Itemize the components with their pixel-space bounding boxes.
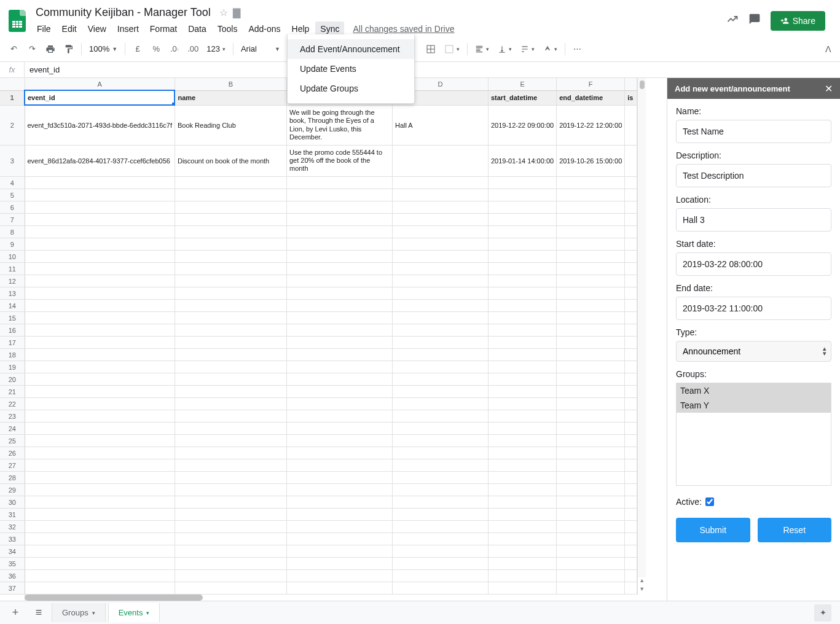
- row-header-6[interactable]: 6: [0, 201, 25, 214]
- cell[interactable]: [175, 373, 286, 386]
- cell[interactable]: [557, 238, 625, 251]
- cell[interactable]: [25, 373, 175, 386]
- cell[interactable]: 2019-12-22 12:00:00: [557, 105, 625, 145]
- close-icon[interactable]: ✕: [825, 83, 833, 95]
- cell[interactable]: [25, 337, 175, 349]
- cell[interactable]: [175, 275, 286, 287]
- select-all-corner[interactable]: [0, 78, 25, 90]
- row-header-5[interactable]: 5: [0, 189, 25, 201]
- row-header-2[interactable]: 2: [0, 105, 25, 145]
- cell[interactable]: [175, 410, 286, 423]
- cell[interactable]: [25, 533, 175, 545]
- cell[interactable]: [175, 238, 286, 251]
- cell[interactable]: [392, 386, 488, 398]
- cell[interactable]: [392, 145, 488, 176]
- cell[interactable]: [175, 251, 286, 263]
- cell[interactable]: [557, 177, 625, 189]
- cell[interactable]: [175, 447, 286, 459]
- cell[interactable]: [175, 324, 286, 337]
- cell[interactable]: [286, 410, 392, 423]
- text-rotate-button[interactable]: ▾: [540, 44, 561, 55]
- cell[interactable]: [175, 300, 286, 312]
- cell[interactable]: [557, 251, 625, 263]
- more-tools-button[interactable]: ⋯: [569, 41, 586, 58]
- row-header-23[interactable]: 23: [0, 410, 25, 423]
- cell[interactable]: [25, 484, 175, 496]
- cell[interactable]: [392, 459, 488, 472]
- cell[interactable]: [488, 177, 556, 189]
- cell[interactable]: [557, 349, 625, 361]
- cell[interactable]: [488, 263, 556, 275]
- cell[interactable]: [392, 238, 488, 251]
- cell[interactable]: [175, 189, 286, 201]
- collapse-toolbar-button[interactable]: ᐱ: [825, 44, 835, 54]
- menu-file[interactable]: File: [32, 21, 56, 36]
- cell[interactable]: [25, 201, 175, 214]
- row-header-28[interactable]: 28: [0, 472, 25, 484]
- cell[interactable]: [25, 275, 175, 287]
- row-header-7[interactable]: 7: [0, 214, 25, 226]
- increase-decimal-button[interactable]: .00: [184, 41, 202, 58]
- cell[interactable]: [25, 324, 175, 337]
- cell[interactable]: 2019-01-14 14:00:00: [488, 145, 556, 176]
- cell[interactable]: [557, 558, 625, 570]
- row-header-34[interactable]: 34: [0, 545, 25, 558]
- cell[interactable]: [488, 582, 556, 595]
- cell[interactable]: [557, 300, 625, 312]
- reset-button[interactable]: Reset: [758, 518, 832, 542]
- cell[interactable]: [557, 447, 625, 459]
- cell[interactable]: [25, 263, 175, 275]
- cell[interactable]: [488, 226, 556, 238]
- halign-button[interactable]: ▾: [471, 44, 493, 55]
- cell[interactable]: [286, 263, 392, 275]
- row-header-35[interactable]: 35: [0, 558, 25, 570]
- cell[interactable]: [25, 435, 175, 447]
- cell[interactable]: [488, 459, 556, 472]
- cell[interactable]: event_fd3c510a-2071-493d-bbde-6eddc3116c…: [25, 105, 175, 145]
- cell[interactable]: [488, 287, 556, 300]
- cell[interactable]: [286, 484, 392, 496]
- cell[interactable]: [25, 349, 175, 361]
- formula-input[interactable]: event_id: [25, 65, 840, 74]
- cell[interactable]: [488, 300, 556, 312]
- cell[interactable]: [175, 496, 286, 509]
- input-end-date[interactable]: [676, 297, 831, 320]
- row-header-21[interactable]: 21: [0, 386, 25, 398]
- menu-format[interactable]: Format: [145, 21, 182, 36]
- cell[interactable]: [392, 337, 488, 349]
- cell[interactable]: [392, 275, 488, 287]
- borders-button[interactable]: [422, 41, 439, 58]
- cell[interactable]: [557, 435, 625, 447]
- cell[interactable]: [25, 300, 175, 312]
- cell[interactable]: [557, 386, 625, 398]
- cell[interactable]: [286, 300, 392, 312]
- cell[interactable]: [175, 533, 286, 545]
- cell[interactable]: [25, 582, 175, 595]
- row-header-27[interactable]: 27: [0, 459, 25, 472]
- tab-events[interactable]: Events▾: [108, 603, 160, 622]
- cell[interactable]: [557, 570, 625, 582]
- select-type[interactable]: Announcement: [676, 341, 831, 362]
- col-header-A[interactable]: A: [25, 78, 175, 90]
- add-sheet-button button[interactable]: +: [5, 604, 26, 622]
- cell[interactable]: [557, 324, 625, 337]
- cell[interactable]: [286, 349, 392, 361]
- cell[interactable]: [286, 177, 392, 189]
- row-header-24[interactable]: 24: [0, 423, 25, 435]
- merge-cells-button[interactable]: ▾: [441, 43, 463, 55]
- cell[interactable]: [392, 263, 488, 275]
- cell[interactable]: [392, 496, 488, 509]
- cell[interactable]: [392, 251, 488, 263]
- star-icon[interactable]: ☆: [219, 7, 228, 18]
- cell[interactable]: [488, 558, 556, 570]
- cell[interactable]: [175, 312, 286, 324]
- cell[interactable]: [286, 472, 392, 484]
- input-location[interactable]: [676, 208, 831, 232]
- undo-button[interactable]: ↶: [5, 41, 22, 58]
- cell[interactable]: [175, 337, 286, 349]
- cell[interactable]: [286, 337, 392, 349]
- cell[interactable]: [25, 472, 175, 484]
- menu-view[interactable]: View: [83, 21, 111, 36]
- fx-icon[interactable]: fx: [0, 62, 25, 77]
- cell[interactable]: [488, 201, 556, 214]
